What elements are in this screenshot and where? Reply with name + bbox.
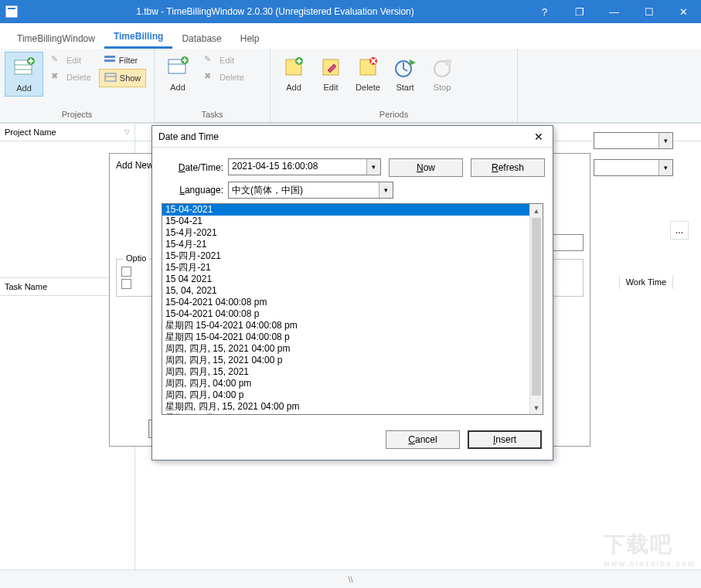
periods-start-button[interactable]: Start	[386, 52, 424, 95]
format-list-item[interactable]: 15, 04, 2021	[162, 285, 543, 297]
close-button[interactable]: ✕	[666, 0, 701, 23]
tab-timebillingwindow[interactable]: TimeBillingWindow	[8, 29, 104, 49]
status-bar: \\	[0, 569, 701, 588]
projects-edit-button[interactable]: ✎Edit	[46, 52, 96, 69]
format-list-item[interactable]: 15-04-2021 04:00:08 p	[162, 308, 543, 320]
ribbon-group-tasks: Add ✎Edit ✖Delete Tasks	[155, 49, 271, 122]
tasks-edit-button[interactable]: ✎Edit	[199, 52, 249, 69]
projects-add-button[interactable]: Add	[5, 52, 43, 97]
projects-add-label: Add	[16, 83, 32, 93]
edit-note-icon	[318, 55, 343, 80]
project-name-column[interactable]: Project Name ▽	[0, 124, 135, 141]
projects-filter-button[interactable]: Filter	[99, 52, 147, 69]
filter-icon	[104, 54, 116, 66]
ribbon-group-periods: Add Edit Delete Start Stop Periods	[271, 49, 518, 122]
format-list-item[interactable]: 周四, 四月, 15, 2021	[162, 366, 543, 378]
periods-stop-button[interactable]: Stop	[424, 52, 461, 95]
format-list-item[interactable]: 周四, 四月, 15, 2021 04:00 p	[162, 355, 543, 366]
tasks-delete-button[interactable]: ✖Delete	[199, 69, 249, 86]
format-list-item[interactable]: 15-04-21	[162, 216, 543, 227]
add-note-icon	[281, 55, 306, 80]
projects-show-button[interactable]: Show	[99, 69, 147, 87]
svg-rect-8	[105, 73, 116, 81]
periods-delete-button[interactable]: Delete	[349, 52, 386, 95]
format-list-item[interactable]: 周四, 四月, 04:00 p	[162, 389, 543, 401]
status-separator: \\	[348, 575, 352, 584]
dropdown-icon[interactable]: ▾	[379, 182, 393, 198]
datetime-label: Date/Time:	[160, 162, 223, 173]
cancel-button[interactable]: Cancel	[386, 430, 460, 449]
language-value: 中文(简体，中国)	[229, 182, 379, 198]
window-title: 1.tbw - TimeBillingWindow 2.0.30 (Unregi…	[23, 6, 527, 17]
maximize-button[interactable]: ☐	[631, 0, 666, 23]
more-button[interactable]: ...	[670, 221, 689, 240]
help-button[interactable]: ?	[527, 0, 562, 23]
svg-rect-6	[104, 56, 115, 58]
dropdown-icon[interactable]: ▾	[658, 133, 672, 148]
show-icon	[104, 72, 117, 84]
work-time-column[interactable]: Work Time	[619, 275, 673, 289]
filter-icon[interactable]: ▽	[124, 128, 130, 136]
format-list-item[interactable]: 15-04-2021	[162, 204, 543, 216]
datetime-combo[interactable]: 2021-04-15 16:00:08 ▾	[228, 158, 381, 175]
format-list-item[interactable]: 15-四月-21	[162, 262, 543, 274]
dialog-footer: Cancel Insert	[152, 423, 553, 460]
tab-timebilling[interactable]: TimeBilling	[104, 26, 172, 49]
language-label: Language:	[160, 185, 223, 195]
scroll-thumb[interactable]	[532, 218, 541, 396]
format-list-item[interactable]: 周四, 四月, 15, 2021 04:00 pm	[162, 343, 543, 355]
dialog-title: Date and Time	[158, 131, 531, 142]
scrollbar[interactable]: ▲ ▼	[529, 204, 543, 414]
format-listbox[interactable]: 15-04-202115-04-2115-4月-202115-4月-2115-四…	[162, 203, 543, 415]
language-combo[interactable]: 中文(简体，中国) ▾	[228, 182, 393, 199]
format-list-item[interactable]: 星期四, 四月, 15, 2021 04:00 pm	[162, 401, 543, 413]
format-list-item[interactable]: 星期四 15-04-2021 04:00:08 p	[162, 331, 543, 343]
periods-add-button[interactable]: Add	[275, 52, 312, 95]
dialog-titlebar: Date and Time ✕	[152, 126, 553, 148]
format-list-item[interactable]: 星期四 15-04-2021 04:00:08 pm	[162, 320, 543, 331]
right-combo-2[interactable]: ▾	[594, 159, 673, 176]
delete-icon: ✖	[51, 71, 63, 83]
format-list-item[interactable]: 15-四月-2021	[162, 250, 543, 262]
delete-note-icon	[356, 55, 380, 80]
format-list-item[interactable]: 周四, 四月, 04:00 pm	[162, 378, 543, 389]
format-list-item[interactable]: 15-04-2021 04:00:08 pm	[162, 297, 543, 308]
stop-icon	[430, 55, 454, 80]
tasks-add-button[interactable]: Add	[159, 52, 196, 95]
right-combo-1[interactable]: ▾	[594, 132, 673, 149]
app-icon	[0, 5, 23, 18]
scroll-up-icon[interactable]: ▲	[530, 204, 543, 217]
svg-marker-19	[410, 59, 416, 66]
datetime-value: 2021-04-15 16:00:08	[229, 159, 366, 175]
titlebar: 1.tbw - TimeBillingWindow 2.0.30 (Unregi…	[0, 0, 701, 23]
tab-help[interactable]: Help	[231, 29, 269, 49]
refresh-button[interactable]: Refresh	[471, 158, 545, 177]
format-list-item[interactable]: 15-4月-2021	[162, 227, 543, 239]
edit-icon: ✎	[51, 54, 63, 66]
add-icon	[165, 55, 190, 80]
window-controls: ? ❐ — ☐ ✕	[527, 0, 701, 23]
format-list-item[interactable]: 15 04 2021	[162, 274, 543, 285]
now-button[interactable]: Now	[389, 158, 463, 177]
delete-icon: ✖	[204, 71, 216, 83]
format-list-item[interactable]: 15-4月-21	[162, 239, 543, 250]
minimize-button[interactable]: —	[597, 0, 631, 23]
ribbon-group-projects-label: Projects	[0, 108, 154, 122]
periods-edit-button[interactable]: Edit	[312, 52, 349, 95]
ribbon-group-tasks-label: Tasks	[155, 108, 270, 122]
date-time-dialog: Date and Time ✕ Date/Time: 2021-04-15 16…	[151, 125, 553, 461]
ribbon-group-periods-label: Periods	[271, 108, 517, 122]
edit-icon: ✎	[204, 54, 216, 66]
svg-rect-7	[104, 59, 115, 62]
restore-button[interactable]: ❐	[562, 0, 597, 23]
dropdown-icon[interactable]: ▾	[658, 160, 672, 175]
svg-rect-1	[8, 8, 15, 9]
dropdown-icon[interactable]: ▾	[366, 159, 380, 175]
format-list-item[interactable]: 星期四 四月 15 2021 04:00 p	[162, 413, 543, 415]
dialog-close-button[interactable]: ✕	[531, 131, 546, 143]
projects-delete-button[interactable]: ✖Delete	[46, 69, 96, 86]
scroll-down-icon[interactable]: ▼	[530, 401, 543, 414]
tab-database[interactable]: Database	[172, 29, 230, 49]
svg-rect-21	[445, 59, 451, 66]
insert-button[interactable]: Insert	[468, 430, 542, 449]
